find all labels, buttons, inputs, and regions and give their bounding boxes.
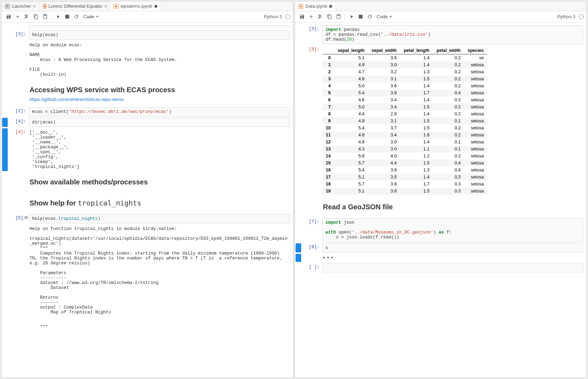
right-tabbar: ▣Data.ipynb <box>295 1 587 11</box>
copy-button[interactable] <box>325 13 333 21</box>
df-cell: setosa <box>464 68 487 75</box>
celltype-select[interactable]: Code <box>375 13 394 20</box>
code-input[interactable]: ecas = client('https://bovec.dkrz.de/ows… <box>29 107 290 116</box>
restart-button[interactable] <box>365 13 374 21</box>
run-button[interactable] <box>347 13 356 21</box>
code-cell[interactable]: [3]: help(ecas) <box>1 30 293 40</box>
right-notebook[interactable]: [5]: import pandas df = pandas.read_csv(… <box>295 22 587 378</box>
paste-button[interactable] <box>41 13 49 21</box>
markdown-cell[interactable]: Show help for tropical_nights <box>1 192 293 214</box>
code-input[interactable]: import pandas df = pandas.read_csv('../d… <box>322 25 583 44</box>
code-input[interactable]: s <box>322 243 583 252</box>
code-cell[interactable]: [ ]: <box>295 263 587 273</box>
df-cell: setosa <box>464 82 487 89</box>
df-cell: 5.7 <box>334 160 368 167</box>
df-cell: 0.3 <box>433 174 464 181</box>
cell-prompt: [ ]: <box>301 263 322 272</box>
code-cell[interactable]: [5]: help(ecas.tropical_nights) <box>1 214 293 224</box>
paste-button[interactable] <box>334 13 343 21</box>
stop-button[interactable] <box>63 13 71 21</box>
markdown-cell[interactable]: Show available methods/processes <box>1 172 293 192</box>
collapsed-output-icon[interactable]: ••• <box>322 254 583 262</box>
tab-label: Data.ipynb <box>305 4 327 9</box>
code-cell[interactable]: [8]: s <box>295 243 587 253</box>
copy-button[interactable] <box>32 13 40 21</box>
table-row: 155.74.41.50.4setosa <box>322 160 487 167</box>
code-input[interactable]: help(ecas.tropical_nights) <box>29 214 290 223</box>
output-cell[interactable]: ••• <box>295 253 587 263</box>
df-cell: setosa <box>464 103 487 110</box>
section-heading: Show available methods/processes <box>29 178 289 186</box>
section-heading: Read a GeoJSON file <box>323 203 582 211</box>
code-cell[interactable]: [7]: import json with open('../data/Muse… <box>295 217 587 243</box>
code-input[interactable] <box>322 263 583 272</box>
table-row: 124.83.01.40.1setosa <box>322 138 487 145</box>
code-input[interactable]: import json with open('../data/Museums_i… <box>322 218 583 242</box>
code-input[interactable]: dir(ecas) <box>29 118 290 127</box>
df-cell: 3.9 <box>368 167 400 174</box>
cut-button[interactable] <box>22 13 31 21</box>
launcher-icon: ⊞ <box>5 4 10 9</box>
table-row: 94.93.11.50.1setosa <box>322 117 487 124</box>
close-icon[interactable]: × <box>104 4 107 9</box>
df-header: species <box>464 47 487 54</box>
df-cell: 1.5 <box>400 75 433 82</box>
tab-lorenz-differential-equatio[interactable]: ▣Lorenz Differential Equatio× <box>40 1 110 11</box>
code-cell[interactable]: [4]: dir(ecas) <box>1 117 293 128</box>
output-cell: Help on module ecas: NAME ecas - A Web P… <box>1 40 293 80</box>
df-cell: 1.4 <box>400 82 433 89</box>
code-cell[interactable]: [5]: import pandas df = pandas.read_csv(… <box>295 25 587 45</box>
code-cell[interactable] <box>1 25 293 30</box>
kernel-status-icon[interactable] <box>579 14 584 19</box>
df-index: 3 <box>322 75 334 82</box>
df-cell: 0.1 <box>433 117 464 124</box>
table-row: 145.84.01.20.2setosa <box>322 153 487 160</box>
df-cell: 4.8 <box>334 131 368 138</box>
restart-button[interactable] <box>72 13 80 21</box>
tab-data-ipynb[interactable]: ▣Data.ipynb <box>295 1 336 11</box>
df-cell: 4.6 <box>334 75 368 82</box>
stop-icon <box>65 15 69 19</box>
code-input[interactable]: help(ecas) <box>29 31 290 40</box>
run-button[interactable] <box>54 13 62 21</box>
insert-cell-button[interactable] <box>13 13 22 21</box>
kernel-status-icon[interactable] <box>285 14 290 19</box>
table-row: 175.13.51.40.3setosa <box>322 174 487 181</box>
save-button[interactable] <box>298 13 306 21</box>
markdown-cell[interactable]: Read a GeoJSON file <box>295 197 587 217</box>
output-text: ['__doc__', '__loader__', '__name__', '_… <box>29 128 290 171</box>
tab-launcher[interactable]: ⊞Launcher× <box>1 1 40 11</box>
df-header: petal_width <box>433 47 464 54</box>
left-notebook[interactable]: [3]: help(ecas) Help on module ecas: NAM… <box>1 22 293 378</box>
repo-link[interactable]: https://github.com/cehbrecht/ecas-wps-de… <box>29 97 124 102</box>
save-button[interactable] <box>4 13 13 21</box>
df-cell: 0.2 <box>433 54 464 62</box>
df-cell: 1.3 <box>400 68 433 75</box>
df-cell: 0.3 <box>433 96 464 103</box>
df-index: 2 <box>322 68 334 75</box>
df-index: 17 <box>322 174 334 181</box>
df-cell: 5.8 <box>334 153 368 160</box>
celltype-select[interactable]: Code <box>81 13 100 20</box>
left-toolbar: Code Python 3 <box>1 11 293 22</box>
df-cell: 1.5 <box>400 124 433 131</box>
stop-button[interactable] <box>356 13 365 21</box>
df-index: 11 <box>322 131 334 138</box>
code-cell[interactable]: [2]: ecas = client('https://bovec.dkrz.d… <box>1 107 293 117</box>
markdown-cell[interactable]: Accessing WPS service with ECAS process … <box>1 80 293 107</box>
kernel-name[interactable]: Python 3 <box>264 14 282 19</box>
tab-wpsdemo-ipynb[interactable]: ▣wpsdemo.ipynb <box>110 1 161 11</box>
df-index: 9 <box>322 117 334 124</box>
kernel-name[interactable]: Python 3 <box>557 14 575 19</box>
close-icon[interactable]: × <box>33 4 36 9</box>
df-cell: setosa <box>464 153 487 160</box>
df-cell: 0.1 <box>433 145 464 153</box>
insert-cell-button[interactable] <box>307 13 315 21</box>
df-cell: 3.6 <box>368 82 400 89</box>
cut-button[interactable] <box>316 13 324 21</box>
df-cell: 0.2 <box>433 153 464 160</box>
table-row: 185.73.81.70.3setosa <box>322 181 487 188</box>
df-cell: 3.4 <box>368 103 400 110</box>
df-cell: 0.3 <box>433 188 464 195</box>
output-cell: Help on function tropical_nights in modu… <box>1 224 293 332</box>
